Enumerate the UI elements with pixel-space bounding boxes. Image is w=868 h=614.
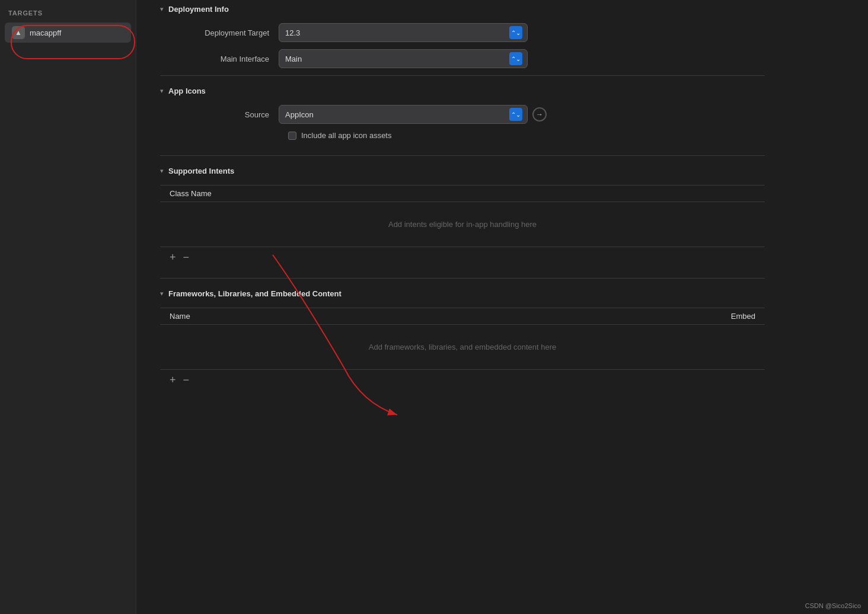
frameworks-table-header: Name Embed (160, 308, 765, 325)
deployment-target-control: 12.3 ⌃⌄ (279, 23, 528, 42)
app-icons-title: App Icons (168, 87, 206, 95)
include-all-checkbox-row: Include all app icon assets (288, 131, 765, 140)
main-interface-value: Main (285, 55, 302, 63)
include-all-checkbox[interactable] (288, 132, 296, 140)
frameworks-empty-placeholder: Add frameworks, libraries, and embedded … (160, 325, 765, 369)
sidebar-item-macappff[interactable]: ▲ macappff (5, 23, 131, 43)
source-row: Source AppIcon ⌃⌄ → (160, 105, 765, 124)
main-interface-label: Main Interface (160, 55, 279, 63)
sidebar-item-label: macappff (30, 28, 61, 37)
main-interface-arrow: ⌃⌄ (509, 52, 522, 65)
supported-intents-header[interactable]: ▾ Supported Intents (160, 167, 765, 175)
deployment-info-section: ▾ Deployment Info Deployment Target 12.3… (160, 0, 765, 76)
target-icon: ▲ (12, 26, 25, 39)
intents-add-remove-row: + − (160, 247, 765, 267)
deployment-info-title: Deployment Info (168, 5, 229, 14)
deployment-target-label: Deployment Target (160, 28, 279, 37)
deployment-target-row: Deployment Target 12.3 ⌃⌄ (160, 23, 765, 42)
up-down-icon-2: ⌃⌄ (511, 56, 521, 62)
up-down-icon: ⌃⌄ (511, 30, 521, 36)
frameworks-remove-button[interactable]: − (183, 375, 190, 385)
frameworks-header[interactable]: ▾ Frameworks, Libraries, and Embedded Co… (160, 289, 765, 298)
deployment-target-arrow: ⌃⌄ (509, 26, 522, 39)
targets-section-label: TARGETS (0, 9, 136, 21)
arrow-right-icon: → (536, 110, 543, 119)
intents-table-header: Class Name (160, 185, 765, 202)
frameworks-add-remove-row: + − (160, 369, 765, 390)
intents-col-class-name: Class Name (170, 189, 755, 198)
supported-intents-title: Supported Intents (168, 167, 234, 175)
deployment-target-dropdown[interactable]: 12.3 ⌃⌄ (279, 23, 528, 42)
frameworks-section: ▾ Frameworks, Libraries, and Embedded Co… (160, 279, 765, 401)
frameworks-add-button[interactable]: + (170, 375, 176, 385)
supported-intents-chevron: ▾ (160, 167, 164, 175)
up-down-icon-3: ⌃⌄ (511, 111, 521, 118)
frameworks-chevron: ▾ (160, 290, 164, 298)
source-label: Source (160, 110, 279, 119)
main-interface-dropdown[interactable]: Main ⌃⌄ (279, 49, 528, 68)
app-icons-header[interactable]: ▾ App Icons (160, 87, 765, 95)
intents-empty-placeholder: Add intents eligible for in-app handling… (160, 202, 765, 247)
intents-remove-button[interactable]: − (183, 252, 190, 263)
sidebar: TARGETS ▲ macappff (0, 0, 136, 614)
intents-add-button[interactable]: + (170, 252, 176, 263)
main-interface-control: Main ⌃⌄ (279, 49, 528, 68)
source-dropdown[interactable]: AppIcon ⌃⌄ (279, 105, 528, 124)
frameworks-title: Frameworks, Libraries, and Embedded Cont… (168, 289, 342, 298)
deployment-target-value: 12.3 (285, 28, 300, 37)
include-all-label: Include all app icon assets (301, 131, 391, 140)
frameworks-col-name: Name (170, 312, 684, 321)
frameworks-col-embed: Embed (684, 312, 755, 321)
app-icons-chevron: ▾ (160, 87, 164, 95)
source-value: AppIcon (285, 110, 314, 119)
source-control: AppIcon ⌃⌄ → (279, 105, 547, 124)
app-icons-section: ▾ App Icons Source AppIcon ⌃⌄ → (160, 76, 765, 156)
main-content: ▾ Deployment Info Deployment Target 12.3… (136, 0, 868, 614)
navigate-arrow[interactable]: → (532, 107, 547, 121)
main-interface-row: Main Interface Main ⌃⌄ (160, 49, 765, 68)
deployment-info-header[interactable]: ▾ Deployment Info (160, 5, 765, 14)
source-arrow: ⌃⌄ (509, 108, 522, 121)
watermark: CSDN @Sico2Sico (805, 602, 861, 609)
supported-intents-section: ▾ Supported Intents Class Name Add inten… (160, 156, 765, 279)
deployment-info-chevron: ▾ (160, 5, 164, 13)
